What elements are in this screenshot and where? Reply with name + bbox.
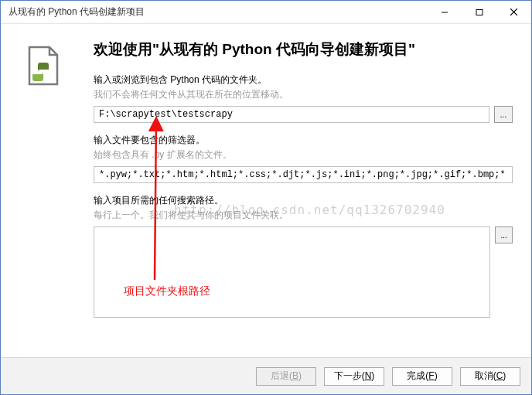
folder-label: 输入或浏览到包含 Python 代码的文件夹。 — [94, 73, 513, 87]
svg-rect-1 — [476, 9, 483, 15]
maximize-button[interactable] — [462, 1, 496, 23]
page-title: 欢迎使用"从现有的 Python 代码向导创建新项目" — [94, 39, 513, 60]
python-file-icon — [25, 46, 62, 83]
paths-row: ... — [94, 226, 513, 318]
finish-button-label: 完成(F) — [407, 369, 437, 383]
next-button[interactable]: 下一步(N) — [324, 367, 384, 386]
folder-sublabel: 我们不会将任何文件从其现在所在的位置移动。 — [94, 88, 513, 101]
wizard-footer: 后退(B) 下一步(N) 完成(F) 取消(C) — [1, 357, 531, 394]
folder-browse-button[interactable]: ... — [494, 106, 513, 123]
window-title: 从现有的 Python 代码创建新项目 — [9, 5, 427, 19]
titlebar: 从现有的 Python 代码创建新项目 — [1, 1, 531, 24]
cancel-button-label: 取消(C) — [475, 369, 506, 383]
window-controls — [427, 1, 531, 23]
back-button[interactable]: 后退(B) — [256, 367, 316, 386]
filter-sublabel: 始终包含具有 .py 扩展名的文件。 — [94, 148, 513, 162]
wizard-sidebar — [1, 24, 86, 357]
cancel-button[interactable]: 取消(C) — [460, 367, 520, 386]
paths-textarea[interactable] — [94, 226, 490, 318]
paths-sublabel: 每行上一个。我们将使其与你的项目文件关联。 — [94, 209, 513, 222]
folder-row: ... — [94, 106, 513, 123]
filter-input[interactable] — [94, 166, 513, 183]
folder-input[interactable] — [94, 106, 489, 123]
wizard-window: 从现有的 Python 代码创建新项目 — [0, 0, 532, 395]
paths-browse-button[interactable]: ... — [495, 226, 513, 243]
next-button-label: 下一步(N) — [334, 369, 375, 383]
filter-row — [94, 166, 513, 183]
paths-label: 输入项目所需的任何搜索路径。 — [94, 194, 513, 207]
back-button-label: 后退(B) — [271, 369, 302, 383]
minimize-button[interactable] — [427, 1, 462, 23]
finish-button[interactable]: 完成(F) — [392, 367, 452, 386]
close-button[interactable] — [496, 1, 531, 23]
filter-label: 输入文件要包含的筛选器。 — [94, 134, 513, 147]
wizard-content: 欢迎使用"从现有的 Python 代码向导创建新项目" 输入或浏览到包含 Pyt… — [86, 24, 531, 357]
wizard-body: 欢迎使用"从现有的 Python 代码向导创建新项目" 输入或浏览到包含 Pyt… — [1, 24, 531, 357]
